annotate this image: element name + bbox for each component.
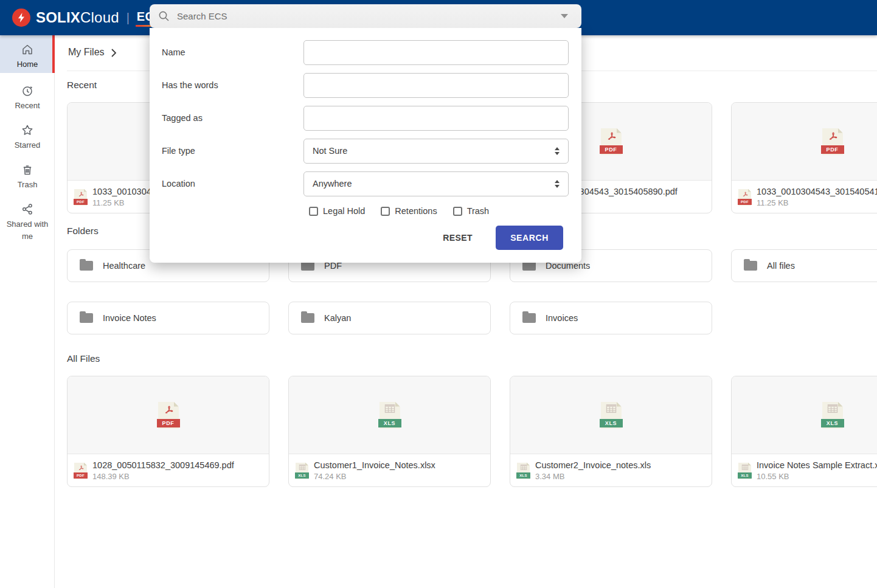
file-name: 1028_0050115832_3009145469.pdf: [92, 460, 234, 470]
file-preview: XLS: [732, 376, 877, 454]
file-size: 148.39 KB: [92, 472, 234, 481]
select-value: Anywhere: [313, 179, 352, 189]
file-card-footer: XLS Invoice Notes Sample Extract.xlsx 10…: [732, 454, 877, 487]
select-value: Not Sure: [313, 146, 347, 156]
home-icon: [0, 43, 55, 56]
folder-icon: [522, 313, 536, 323]
folder-card-invoice-notes[interactable]: Invoice Notes: [67, 302, 269, 334]
search-actions: RESET SEARCH: [162, 226, 581, 250]
sidebar-item-trash[interactable]: Trash: [0, 158, 55, 193]
xls-file-icon: XLS: [601, 402, 622, 429]
tagged-as-input[interactable]: [303, 106, 569, 131]
search-field-row: Has the words: [162, 69, 581, 102]
search-bar[interactable]: Search ECS: [150, 4, 581, 28]
xls-file-icon: XLS: [822, 402, 843, 429]
name-input[interactable]: [303, 40, 569, 65]
section-title-recent: Recent: [67, 80, 97, 91]
sidebar-item-label: Starred: [0, 139, 55, 151]
chevron-right-icon: [111, 48, 117, 60]
pdf-file-icon: PDF: [74, 463, 87, 479]
all-files-row: PDF PDF 1028_0050115832_3009145469.pdf 1…: [67, 376, 877, 487]
file-name: Customer2_Invoice_notes.xls: [535, 460, 651, 470]
xls-file-icon: XLS: [738, 463, 751, 479]
search-overlay: Search ECS Name Has the words Tagged as …: [150, 4, 581, 263]
trash-checkbox[interactable]: Trash: [453, 206, 490, 216]
retentions-checkbox[interactable]: Retentions: [381, 206, 437, 216]
sidebar-item-shared-with-me[interactable]: Shared with me: [0, 198, 55, 246]
file-preview: XLS: [289, 376, 490, 454]
folder-name: Healthcare: [103, 261, 145, 271]
sidebar-item-starred[interactable]: Starred: [0, 119, 55, 154]
brand-divider: |: [127, 11, 130, 25]
sidebar-item-home[interactable]: Home: [0, 35, 55, 73]
file-size: 74.24 KB: [314, 472, 435, 481]
location-select[interactable]: Anywhere: [303, 171, 569, 196]
section-title-folders: Folders: [67, 226, 99, 237]
pdf-file-icon: PDF: [601, 128, 622, 155]
file-card[interactable]: XLS XLS Customer1_Invoice_Notes.xlsx 74.…: [288, 376, 491, 487]
checkbox-icon: [381, 207, 390, 216]
trash-icon: [0, 163, 55, 176]
sidebar-item-label: Shared with me: [0, 218, 55, 243]
xls-file-icon: XLS: [517, 463, 530, 479]
sidebar: Home Recent Starred Trash Shared with me: [0, 35, 55, 588]
file-type-select[interactable]: Not Sure: [303, 139, 569, 164]
search-button[interactable]: SEARCH: [496, 226, 563, 250]
folders-row-2: Invoice Notes Kalyan Invoices: [67, 302, 712, 334]
brand-logo[interactable]: SOLIXCloud | ECS: [12, 9, 164, 27]
checkbox-icon: [453, 207, 462, 216]
file-preview: XLS: [510, 376, 712, 454]
folder-card-invoices[interactable]: Invoices: [510, 302, 712, 334]
file-card[interactable]: PDF PDF 1028_0050115832_3009145469.pdf 1…: [67, 376, 269, 487]
caret-down-icon[interactable]: [561, 14, 568, 18]
file-size: 11.25 KB: [757, 198, 877, 207]
sidebar-item-label: Home: [0, 58, 55, 71]
folder-card-all-files[interactable]: All files: [731, 249, 877, 282]
file-card[interactable]: XLS XLS Invoice Notes Sample Extract.xls…: [731, 376, 877, 487]
file-card-footer: PDF 1033_0010304543_3015405417.pdf 11.25…: [732, 181, 877, 213]
file-card[interactable]: PDF PDF 1033_0010304543_3015405417.pdf 1…: [731, 102, 877, 213]
folder-name: Invoice Notes: [103, 313, 156, 323]
checkbox-icon: [309, 207, 318, 216]
folder-icon: [80, 313, 93, 323]
file-card[interactable]: XLS XLS Customer2_Invoice_notes.xls 3.34…: [510, 376, 712, 487]
brand-name: SOLIXCloud: [36, 9, 119, 26]
folder-icon: [301, 313, 314, 323]
folder-name: All files: [767, 261, 795, 271]
search-field-row: Location Anywhere: [162, 167, 581, 200]
pdf-file-icon: PDF: [158, 402, 179, 429]
field-label: File type: [162, 146, 303, 156]
breadcrumb[interactable]: My Files: [68, 47, 105, 58]
field-label: Location: [162, 179, 303, 189]
file-name: 1033_0010304543_3015405417.pdf: [757, 187, 877, 196]
field-label: Tagged as: [162, 113, 303, 123]
folder-card-kalyan[interactable]: Kalyan: [288, 302, 491, 334]
file-name: Invoice Notes Sample Extract.xlsx: [757, 460, 877, 470]
file-size: 3.34 MB: [535, 472, 651, 481]
checkbox-label: Legal Hold: [323, 206, 365, 216]
search-placeholder: Search ECS: [177, 11, 561, 21]
sidebar-item-recent[interactable]: Recent: [0, 79, 55, 114]
reset-button[interactable]: RESET: [443, 233, 473, 243]
file-card-footer: PDF 1028_0050115832_3009145469.pdf 148.3…: [68, 454, 269, 487]
unfold-icon: [555, 147, 560, 155]
xls-file-icon: XLS: [380, 402, 400, 429]
sidebar-item-label: Trash: [0, 179, 55, 191]
legal-hold-checkbox[interactable]: Legal Hold: [309, 206, 365, 216]
checkbox-label: Trash: [467, 206, 490, 216]
folder-icon: [744, 261, 757, 271]
advanced-search-panel: Name Has the words Tagged as File type N…: [150, 28, 581, 263]
file-card-footer: XLS Customer2_Invoice_notes.xls 3.34 MB: [510, 454, 712, 487]
pdf-file-icon: PDF: [738, 189, 751, 206]
search-field-row: Name: [162, 36, 581, 69]
lightning-icon: [12, 9, 30, 27]
folder-icon: [80, 261, 93, 271]
share-icon: [0, 202, 55, 216]
file-preview: PDF: [732, 103, 877, 181]
search-field-row: Tagged as: [162, 102, 581, 134]
app: SOLIXCloud | ECS Home Recent Starred Tra…: [0, 0, 877, 588]
xls-file-icon: XLS: [296, 463, 308, 479]
has-the-words-input[interactable]: [303, 73, 569, 98]
field-label: Name: [162, 47, 303, 57]
star-icon: [0, 123, 55, 137]
